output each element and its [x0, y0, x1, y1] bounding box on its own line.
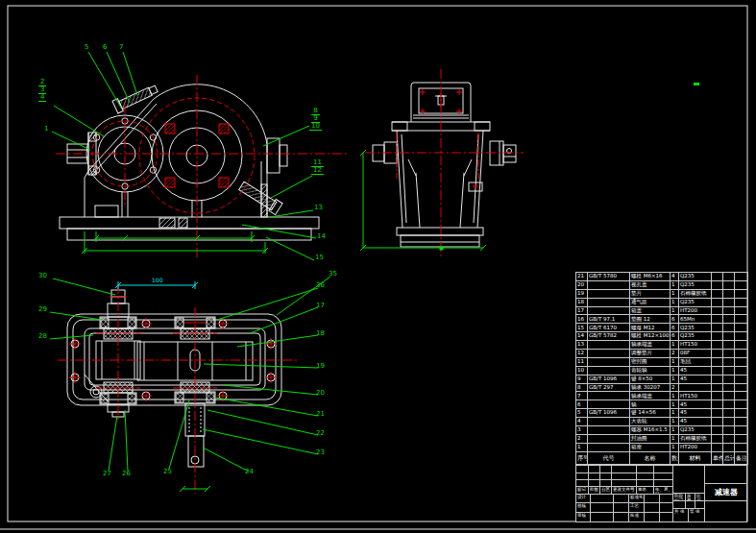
parts-row: 7 轴承端盖1 HT150	[576, 392, 748, 400]
parts-list-body: 21GB/T 5780 螺栓 M6×164 Q235 20 视孔盖1 Q235 …	[576, 273, 748, 452]
plan-view	[67, 290, 281, 467]
parts-row: 13 轴承端盖1 HT150	[576, 341, 748, 350]
label-check: 校核	[576, 502, 590, 512]
label-design: 设计	[576, 494, 590, 502]
parts-row: 4 大齿轮1 45	[576, 418, 748, 426]
callout-28: 28	[38, 333, 47, 340]
parts-list-table: 21GB/T 5780 螺栓 M6×164 Q235 20 视孔盖1 Q235 …	[575, 272, 748, 465]
label-sheet-no: 第 张	[688, 508, 704, 521]
callout-20: 20	[316, 390, 325, 397]
callout-18: 18	[316, 330, 325, 337]
parts-row: 21GB/T 5780 螺栓 M6×164 Q235	[576, 273, 748, 281]
parts-row: 8GB/T 297 轴承 302072	[576, 383, 748, 392]
parts-row: 11 密封圈1 毛毡	[576, 357, 748, 366]
side-view	[373, 83, 516, 247]
label-mass: 质量	[685, 493, 695, 500]
callout-6: 6	[103, 44, 107, 51]
center-distance-dimension: 100	[152, 278, 162, 283]
label-zone: 分区	[599, 486, 611, 494]
callout-7: 7	[119, 44, 123, 51]
parts-row: 16GB/T 97.1 垫圈 126 65Mn	[576, 315, 748, 324]
parts-row: 1 箱座1 HT200	[576, 443, 748, 451]
callout-36: 36	[316, 282, 325, 289]
drawing-title: 减速器	[704, 483, 746, 500]
callout-19: 19	[316, 363, 325, 370]
callout-24: 24	[245, 469, 254, 475]
parts-row: 12 调整垫片2 08F	[576, 350, 748, 358]
label-standard: 标准化	[628, 494, 644, 502]
callout-23: 23	[316, 449, 325, 456]
label-stage: 阶段标记	[672, 493, 685, 500]
stray-mark	[694, 83, 699, 85]
title-block-bottom-right	[704, 500, 746, 521]
callout-27: 27	[103, 471, 111, 477]
front-view	[60, 82, 319, 240]
callout-21: 21	[316, 411, 325, 418]
title-block: 标记 处数 分区 更改文件号 签名 年、月、日 设计 标准化 校核 工艺 审核 …	[575, 465, 747, 522]
parts-row: 17 箱盖1 HT200	[576, 306, 748, 315]
label-doc-no: 更改文件号	[611, 486, 636, 494]
label-process: 工艺	[628, 502, 644, 512]
callout-22: 22	[316, 430, 325, 437]
parts-row: 14GB/T 5782 螺栓 M12×1006 Q235	[576, 332, 748, 341]
label-audit: 审核	[576, 512, 590, 521]
drawing-number-box	[672, 466, 704, 493]
label-mark: 标记	[576, 486, 588, 494]
front-view-dimensions	[82, 231, 268, 254]
label-sign: 签名	[636, 486, 653, 494]
callout-14: 14	[317, 233, 326, 240]
parts-row: 10 齿轮轴1 45	[576, 366, 748, 375]
parts-row: 18 通气器1 Q235	[576, 298, 748, 306]
callout-30: 30	[38, 273, 47, 279]
label-count: 处数	[588, 486, 599, 494]
callout-stack-8-9-10: 8 9 10	[309, 108, 322, 131]
callout-5: 5	[85, 44, 88, 51]
parts-row: 3 螺塞 M16×1.51 Q235	[576, 426, 748, 435]
callout-29: 29	[38, 306, 47, 313]
drawing-sheet: 5 6 7 2 3 4 1 8 9 10 11 12 13 14 15 30 2…	[0, 0, 756, 533]
callout-35: 35	[329, 271, 337, 278]
callout-26: 26	[122, 471, 131, 477]
parts-row: 5GB/T 1096 键 14×561 45	[576, 409, 748, 418]
callout-25: 25	[163, 469, 172, 475]
callout-15: 15	[315, 254, 324, 261]
parts-row: 15GB/T 6170 螺母 M126 Q235	[576, 324, 748, 332]
label-scale: 比例	[695, 493, 704, 500]
callout-1: 1	[44, 126, 48, 133]
company-box	[704, 466, 746, 483]
label-approve: 批准	[628, 512, 644, 521]
callout-stack-11-12: 11 12	[311, 159, 324, 175]
label-sheets: 共 张	[672, 508, 688, 521]
label-date: 年、月、日	[653, 486, 672, 494]
parts-row: 19 垫片1 石棉橡胶纸	[576, 289, 748, 298]
parts-row: 20 视孔盖1 Q235	[576, 280, 748, 289]
parts-row: 6 轴1 45	[576, 400, 748, 409]
parts-header-row: 序号 代号 名称 数量 材料 单件 总计 备注	[576, 451, 748, 464]
parts-list-header: 序号 代号 名称 数量 材料 单件 总计 备注	[576, 451, 748, 464]
parts-row: 9GB/T 1096 键 8×501 45	[576, 375, 748, 383]
parts-row: 2 封油圈1 石棉橡胶纸	[576, 434, 748, 443]
callout-13: 13	[314, 205, 323, 211]
callout-17: 17	[316, 303, 325, 309]
callout-stack-2-3-4: 2 3 4	[38, 79, 46, 102]
